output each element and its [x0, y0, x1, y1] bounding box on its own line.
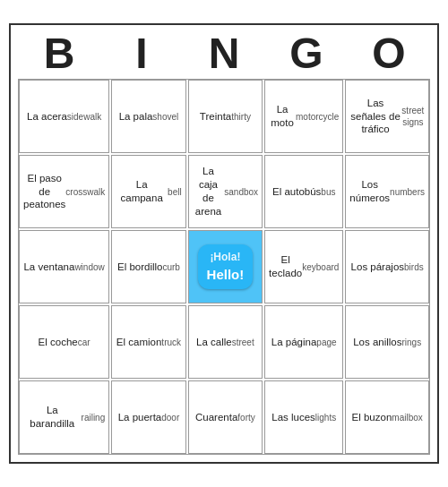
- header-letter-i: I: [102, 32, 181, 75]
- bingo-cell-4[interactable]: Las señales de tráficostreet signs: [345, 80, 429, 153]
- bingo-cell-19[interactable]: Los anillosrings: [345, 305, 429, 379]
- bingo-cell-22[interactable]: Cuarentaforty: [188, 380, 263, 454]
- header-letter-o: O: [349, 32, 428, 75]
- header-letter-n: N: [185, 32, 263, 75]
- bingo-cell-23[interactable]: Las luceslights: [264, 380, 343, 454]
- bingo-cell-21[interactable]: La puertadoor: [111, 380, 185, 454]
- bingo-cell-6[interactable]: La campanabell: [111, 155, 185, 228]
- bingo-cell-2[interactable]: Treintathirty: [188, 80, 263, 153]
- bingo-cell-3[interactable]: La motomotorcycle: [264, 80, 343, 153]
- bingo-cell-10[interactable]: La ventanawindow: [19, 230, 109, 303]
- bingo-cell-11[interactable]: El bordillocurb: [111, 230, 185, 303]
- bingo-grid: La acerasidewalkLa palashovelTreintathir…: [18, 79, 430, 455]
- bingo-cell-12[interactable]: ¡Hola!Hello!: [188, 230, 263, 303]
- bingo-cell-20[interactable]: La barandillarailing: [19, 380, 109, 454]
- header-letter-g: G: [267, 32, 346, 75]
- bingo-cell-1[interactable]: La palashovel: [111, 80, 185, 153]
- bingo-cell-9[interactable]: Los númerosnumbers: [345, 155, 429, 228]
- bingo-cell-13[interactable]: El tecladokeyboard: [264, 230, 343, 303]
- bingo-cell-14[interactable]: Los párajosbirds: [345, 230, 429, 303]
- bingo-cell-16[interactable]: El camiontruck: [111, 305, 185, 379]
- bingo-cell-18[interactable]: La páginapage: [264, 305, 343, 379]
- bingo-header: BINGO: [18, 32, 430, 75]
- bingo-cell-24[interactable]: El buzonmailbox: [345, 380, 429, 454]
- bingo-cell-5[interactable]: El paso de peatonescrosswalk: [19, 155, 109, 228]
- bingo-card: BINGO La acerasidewalkLa palashovelTrein…: [9, 23, 439, 464]
- bingo-cell-17[interactable]: La callestreet: [188, 305, 263, 379]
- bingo-cell-7[interactable]: La caja de arenasandbox: [188, 155, 263, 228]
- bingo-cell-0[interactable]: La acerasidewalk: [19, 80, 109, 153]
- bingo-cell-8[interactable]: El autobúsbus: [264, 155, 343, 228]
- bingo-cell-15[interactable]: El cochecar: [19, 305, 109, 379]
- header-letter-b: B: [20, 32, 99, 75]
